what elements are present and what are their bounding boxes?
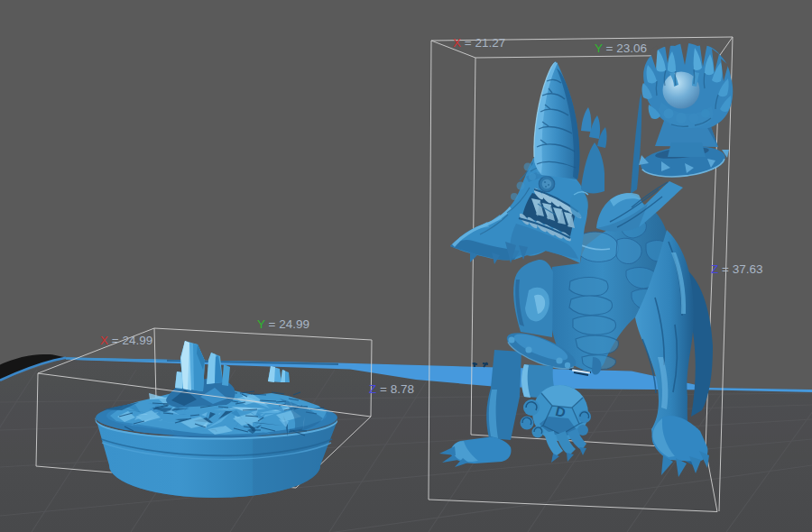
svg-text:Z = 8.78: Z = 8.78 (369, 382, 414, 396)
svg-text:Y = 24.99: Y = 24.99 (257, 317, 309, 331)
svg-text:X = 24.99: X = 24.99 (100, 334, 152, 347)
svg-text:X = 21.27: X = 21.27 (453, 36, 505, 50)
svg-text:Y = 23.06: Y = 23.06 (595, 41, 647, 55)
svg-text:Z = 37.63: Z = 37.63 (711, 262, 762, 276)
